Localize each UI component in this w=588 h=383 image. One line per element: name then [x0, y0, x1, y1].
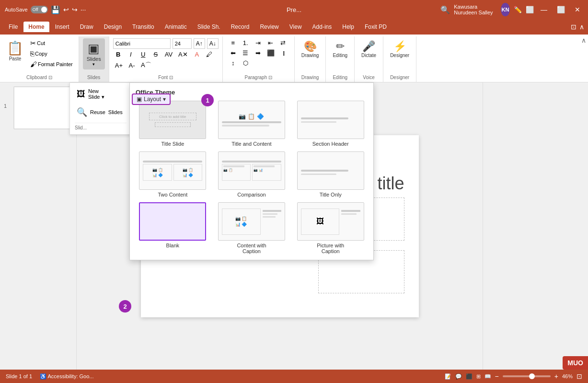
zoom-in-icon[interactable]: + [554, 372, 558, 380]
undo-icon[interactable]: ↩ [63, 6, 69, 13]
notes-icon[interactable]: 📝 [445, 373, 451, 380]
layout-title-content[interactable]: 📷 📋 🔷 Title and Content [215, 101, 289, 147]
strikethrough-button[interactable]: S [150, 50, 161, 59]
present-icon[interactable]: ⬜ [526, 6, 534, 13]
autosave-toggle[interactable]: Off [31, 6, 48, 13]
align-center-button[interactable]: ☰ [240, 48, 251, 58]
reuse-slides-toolbar-item[interactable]: 🔍 Reuse Slides [75, 105, 127, 119]
clipboard-expand-icon[interactable]: ⊡ [48, 75, 52, 80]
view-slide-sorter-icon[interactable]: ⊞ [476, 373, 481, 380]
font-size-input[interactable] [173, 38, 192, 49]
shadow-button[interactable]: A⌒ [139, 60, 153, 70]
fit-slide-icon[interactable]: ⊡ [576, 372, 582, 380]
more-icon[interactable]: ··· [81, 6, 86, 13]
slide-thumbnail[interactable] [13, 86, 76, 129]
search-icon[interactable]: 🔍 [440, 5, 450, 14]
collapse-ribbon-icon[interactable]: ∧ [579, 23, 584, 31]
line-spacing-button[interactable]: ↕ [228, 58, 238, 68]
drawing-group-label: Drawing [301, 74, 319, 82]
menu-record[interactable]: Record [226, 22, 254, 32]
badge-1: 1 [201, 94, 214, 106]
list-number-button[interactable]: 1. [240, 38, 251, 47]
format-painter-button[interactable]: 🖌 Format Painter [28, 59, 75, 69]
align-left-button[interactable]: ⬅ [228, 48, 238, 58]
status-bar: Slide 1 of 1 ♿ Accessibility: Goo... 📝 💬… [0, 370, 588, 383]
align-right-button[interactable]: ➡ [253, 48, 263, 58]
italic-button[interactable]: I [126, 50, 136, 59]
font-size-smaller[interactable]: A- [127, 61, 137, 70]
font-color-button[interactable]: A [192, 50, 202, 59]
layout-blank[interactable]: Blank [136, 202, 210, 254]
save-icon[interactable]: 💾 [51, 5, 60, 14]
font-expand-icon[interactable]: ⊡ [169, 75, 173, 80]
layout-title-only[interactable]: Title Only [293, 151, 368, 197]
menu-transitions[interactable]: Transitio [127, 22, 159, 32]
comments-icon[interactable]: 💬 [455, 373, 462, 380]
layout-section-header[interactable]: Section Header [293, 101, 368, 147]
new-slide-toolbar-item[interactable]: 🖼 New Slide ▾ [75, 87, 127, 102]
list-bullet-button[interactable]: ≡ [228, 38, 238, 47]
paragraph-row1: ≡ 1. ⇥ ⇤ ⇄ [228, 38, 288, 47]
dictate-label: Dictate [361, 53, 376, 58]
ribbon-toggle-icon[interactable]: ⊡ [571, 23, 576, 31]
layout-comparison[interactable]: 📷 📋 📷 📊 Comparis [215, 151, 289, 197]
smartart-button[interactable]: ⬡ [240, 58, 251, 68]
text-direction-button[interactable]: ⇄ [277, 38, 288, 47]
designer-label: Designer [390, 53, 409, 58]
layout-two-content[interactable]: 📷 📋 📊 🔷 📷 📋 📊 🔷 [136, 151, 210, 197]
layout-picture-caption[interactable]: 🖼 Picture withCaption [293, 202, 368, 254]
zoom-level[interactable]: 46% [562, 373, 573, 379]
dictate-button[interactable]: 🎤 Dictate [358, 38, 379, 60]
slides-button[interactable]: ▣ Slides ▾ [83, 38, 105, 70]
menu-file[interactable]: File [4, 22, 23, 32]
maximize-btn[interactable]: ⬜ [554, 6, 568, 13]
collapse-ribbon-button[interactable]: ∧ [581, 36, 586, 44]
highlight-button[interactable]: 🖊 [204, 50, 215, 59]
menu-draw[interactable]: Draw [75, 22, 98, 32]
bold-button[interactable]: B [113, 50, 124, 59]
drawing-button[interactable]: 🎨 Drawing [299, 38, 322, 60]
cut-button[interactable]: ✂ Cut [28, 38, 75, 48]
slides-content: ▣ Slides ▾ [83, 36, 105, 74]
view-normal-icon[interactable]: ⬛ [466, 373, 473, 380]
columns-button[interactable]: ⫿ [278, 48, 289, 58]
pen-icon[interactable]: ✏️ [514, 6, 522, 13]
menu-animations[interactable]: Animatic [160, 22, 192, 32]
zoom-slider[interactable] [503, 375, 551, 377]
font-size-decrease[interactable]: A↓ [207, 38, 219, 49]
editing-button[interactable]: ✏ Editing [330, 38, 350, 60]
redo-icon[interactable]: ↪ [72, 6, 78, 13]
indent-left-button[interactable]: ⇤ [265, 38, 276, 47]
layout-content-caption[interactable]: 📷 📋 📊 🔷 Content withCaption [215, 202, 289, 254]
minimize-btn[interactable]: — [538, 6, 550, 13]
clear-format-button[interactable]: A✕ [176, 50, 190, 59]
justify-button[interactable]: ⬛ [265, 48, 277, 58]
menu-insert[interactable]: Insert [50, 22, 74, 32]
font-size-increase[interactable]: A↑ [194, 38, 205, 49]
layout-title-slide[interactable]: Click to add title Title Slide [136, 101, 210, 147]
close-btn[interactable]: ✕ [572, 6, 583, 13]
font-name-input[interactable] [113, 38, 171, 49]
copy-button[interactable]: ⎘ Copy [28, 49, 75, 58]
menu-design[interactable]: Design [99, 22, 127, 32]
voice-content: 🎤 Dictate [358, 36, 379, 74]
menu-addins[interactable]: Add-ins [308, 22, 337, 32]
paste-button[interactable]: 📋 Paste [4, 38, 26, 63]
menu-foxitpd[interactable]: Foxit PD [360, 22, 392, 32]
designer-button[interactable]: ⚡ Designer [387, 38, 412, 60]
paragraph-expand-icon[interactable]: ⊡ [268, 75, 272, 80]
indent-right-button[interactable]: ⇥ [253, 38, 263, 47]
zoom-out-icon[interactable]: − [495, 372, 499, 380]
underline-button[interactable]: U [138, 50, 149, 59]
char-spacing-button[interactable]: AV [163, 50, 174, 59]
menu-view[interactable]: View [285, 22, 307, 32]
format-painter-icon: 🖌 [30, 60, 37, 68]
menu-slideshow[interactable]: Slide Sh. [193, 22, 225, 32]
menu-home[interactable]: Home [23, 22, 49, 32]
font-size-bigger[interactable]: A+ [113, 61, 125, 70]
menu-help[interactable]: Help [337, 22, 359, 32]
view-reading-icon[interactable]: 📖 [484, 373, 491, 380]
layout-button[interactable]: ▣ Layout ▾ [132, 93, 171, 105]
copy-label: Copy [35, 51, 47, 57]
menu-review[interactable]: Review [255, 22, 283, 32]
